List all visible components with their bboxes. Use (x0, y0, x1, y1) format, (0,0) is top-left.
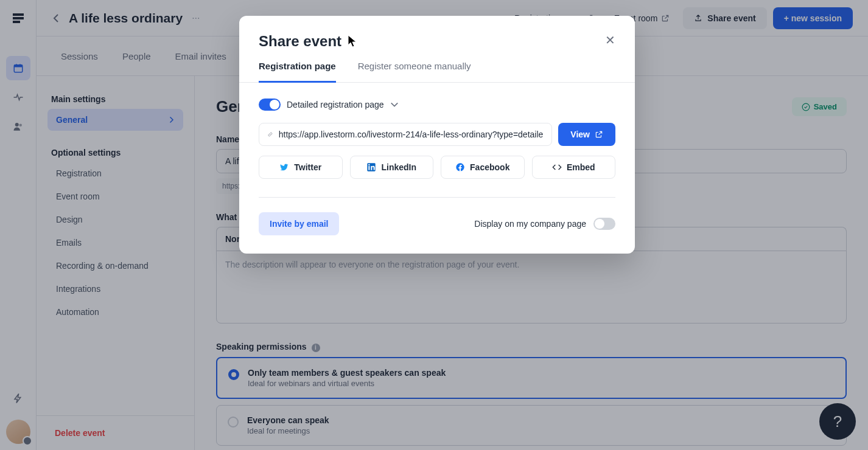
share-linkedin[interactable]: LinkedIn (350, 156, 434, 179)
detailed-page-label: Detailed registration page (287, 100, 384, 109)
close-button[interactable]: ✕ (605, 33, 615, 47)
share-facebook[interactable]: Facebook (441, 156, 525, 179)
svg-point-9 (369, 164, 370, 165)
detailed-page-toggle[interactable] (259, 99, 281, 111)
modal-tab-manual[interactable]: Register someone manually (358, 61, 471, 82)
twitter-icon (279, 162, 289, 172)
company-page-label: Display on my company page (474, 219, 586, 229)
share-event-modal: Share event ✕ Registration page Register… (239, 16, 635, 254)
embed-icon (552, 162, 562, 172)
linkedin-icon (366, 162, 376, 172)
modal-tab-registration[interactable]: Registration page (259, 61, 336, 83)
share-twitter[interactable]: Twitter (259, 156, 343, 179)
invite-by-email-button[interactable]: Invite by email (259, 212, 339, 235)
share-url-field[interactable]: https://app.livestorm.co/livestorm-214/a… (259, 123, 552, 146)
modal-title: Share event (259, 33, 341, 50)
facebook-icon (455, 162, 465, 172)
chevron-down-icon[interactable] (390, 100, 399, 109)
link-icon (268, 130, 273, 139)
external-icon (595, 130, 603, 139)
company-page-toggle[interactable] (593, 218, 615, 230)
svg-rect-8 (369, 166, 370, 170)
view-button[interactable]: View (558, 123, 615, 146)
share-embed[interactable]: Embed (532, 156, 616, 179)
